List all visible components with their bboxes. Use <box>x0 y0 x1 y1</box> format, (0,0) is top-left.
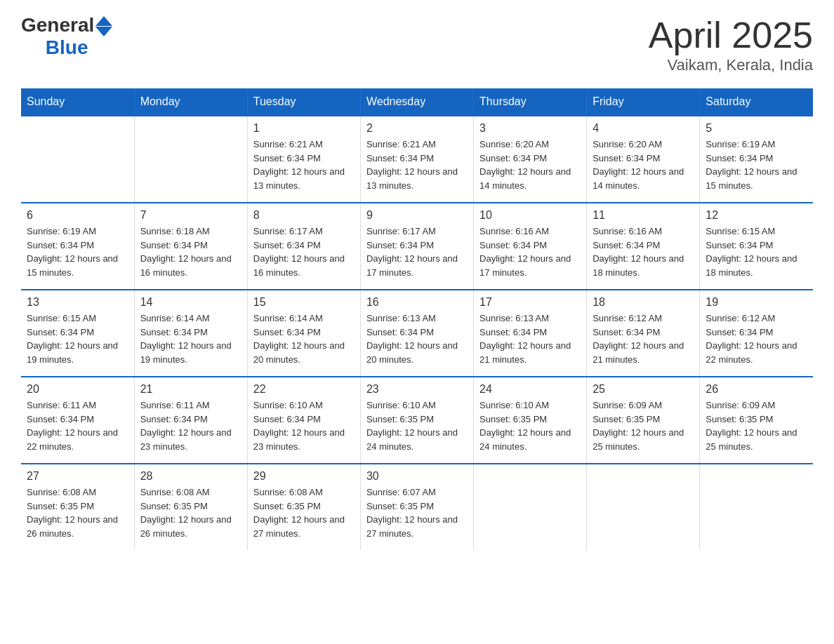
calendar-cell: 14Sunrise: 6:14 AMSunset: 6:34 PMDayligh… <box>134 290 247 377</box>
calendar-cell <box>21 116 134 203</box>
calendar-cell: 22Sunrise: 6:10 AMSunset: 6:34 PMDayligh… <box>247 377 360 464</box>
day-number: 11 <box>593 209 694 222</box>
calendar-cell: 16Sunrise: 6:13 AMSunset: 6:34 PMDayligh… <box>360 290 473 377</box>
day-info: Sunrise: 6:08 AMSunset: 6:35 PMDaylight:… <box>253 485 355 540</box>
day-info: Sunrise: 6:15 AMSunset: 6:34 PMDaylight:… <box>27 311 128 366</box>
weekday-header-sunday: Sunday <box>21 88 134 116</box>
day-info: Sunrise: 6:09 AMSunset: 6:35 PMDaylight:… <box>593 398 694 453</box>
day-info: Sunrise: 6:16 AMSunset: 6:34 PMDaylight:… <box>479 224 581 279</box>
logo[interactable]: General Blue <box>21 14 112 59</box>
calendar-cell: 5Sunrise: 6:19 AMSunset: 6:34 PMDaylight… <box>700 116 813 203</box>
day-number: 24 <box>479 383 581 396</box>
day-info: Sunrise: 6:20 AMSunset: 6:34 PMDaylight:… <box>593 137 694 192</box>
weekday-header-tuesday: Tuesday <box>247 88 360 116</box>
calendar-cell: 7Sunrise: 6:18 AMSunset: 6:34 PMDaylight… <box>134 203 247 290</box>
day-info: Sunrise: 6:15 AMSunset: 6:34 PMDaylight:… <box>706 224 807 279</box>
day-info: Sunrise: 6:16 AMSunset: 6:34 PMDaylight:… <box>593 224 694 279</box>
calendar-body: 1Sunrise: 6:21 AMSunset: 6:34 PMDaylight… <box>21 116 813 550</box>
day-number: 10 <box>479 209 581 222</box>
calendar-cell: 17Sunrise: 6:13 AMSunset: 6:34 PMDayligh… <box>474 290 587 377</box>
day-number: 27 <box>27 470 128 483</box>
calendar-cell <box>474 464 587 550</box>
weekday-header-thursday: Thursday <box>474 88 587 116</box>
calendar-cell <box>700 464 813 550</box>
calendar-cell: 20Sunrise: 6:11 AMSunset: 6:34 PMDayligh… <box>21 377 134 464</box>
logo-blue-text: Blue <box>46 36 88 58</box>
weekday-header-friday: Friday <box>587 88 700 116</box>
day-info: Sunrise: 6:11 AMSunset: 6:34 PMDaylight:… <box>27 398 128 453</box>
calendar-title: April 2025 <box>649 14 813 56</box>
calendar-cell: 30Sunrise: 6:07 AMSunset: 6:35 PMDayligh… <box>360 464 473 550</box>
calendar-cell: 8Sunrise: 6:17 AMSunset: 6:34 PMDaylight… <box>247 203 360 290</box>
day-number: 23 <box>366 383 468 396</box>
calendar-cell <box>134 116 247 203</box>
day-info: Sunrise: 6:21 AMSunset: 6:34 PMDaylight:… <box>253 137 355 192</box>
calendar-cell: 28Sunrise: 6:08 AMSunset: 6:35 PMDayligh… <box>134 464 247 550</box>
day-number: 2 <box>366 122 468 135</box>
logo-icon: General Blue <box>21 14 112 59</box>
day-number: 16 <box>366 296 468 309</box>
day-number: 13 <box>27 296 128 309</box>
day-number: 1 <box>253 122 355 135</box>
calendar-week-row: 1Sunrise: 6:21 AMSunset: 6:34 PMDaylight… <box>21 116 813 203</box>
day-number: 26 <box>706 383 807 396</box>
day-number: 15 <box>253 296 355 309</box>
day-info: Sunrise: 6:10 AMSunset: 6:34 PMDaylight:… <box>253 398 355 453</box>
calendar-week-row: 20Sunrise: 6:11 AMSunset: 6:34 PMDayligh… <box>21 377 813 464</box>
day-number: 25 <box>593 383 694 396</box>
calendar-cell: 12Sunrise: 6:15 AMSunset: 6:34 PMDayligh… <box>700 203 813 290</box>
day-info: Sunrise: 6:12 AMSunset: 6:34 PMDaylight:… <box>593 311 694 366</box>
day-info: Sunrise: 6:10 AMSunset: 6:35 PMDaylight:… <box>366 398 468 453</box>
calendar-cell <box>587 464 700 550</box>
calendar-cell: 27Sunrise: 6:08 AMSunset: 6:35 PMDayligh… <box>21 464 134 550</box>
day-number: 22 <box>253 383 355 396</box>
day-info: Sunrise: 6:07 AMSunset: 6:35 PMDaylight:… <box>366 485 468 540</box>
calendar-header: SundayMondayTuesdayWednesdayThursdayFrid… <box>21 88 813 116</box>
day-info: Sunrise: 6:19 AMSunset: 6:34 PMDaylight:… <box>27 224 128 279</box>
day-info: Sunrise: 6:14 AMSunset: 6:34 PMDaylight:… <box>140 311 241 366</box>
weekday-header-monday: Monday <box>134 88 247 116</box>
day-number: 29 <box>253 470 355 483</box>
day-info: Sunrise: 6:08 AMSunset: 6:35 PMDaylight:… <box>27 485 128 540</box>
calendar-cell: 25Sunrise: 6:09 AMSunset: 6:35 PMDayligh… <box>587 377 700 464</box>
calendar-table: SundayMondayTuesdayWednesdayThursdayFrid… <box>21 88 813 550</box>
day-number: 18 <box>593 296 694 309</box>
day-info: Sunrise: 6:20 AMSunset: 6:34 PMDaylight:… <box>479 137 581 192</box>
day-number: 19 <box>706 296 807 309</box>
day-number: 21 <box>140 383 241 396</box>
day-number: 30 <box>366 470 468 483</box>
day-info: Sunrise: 6:18 AMSunset: 6:34 PMDaylight:… <box>140 224 241 279</box>
day-number: 6 <box>27 209 128 222</box>
calendar-cell: 19Sunrise: 6:12 AMSunset: 6:34 PMDayligh… <box>700 290 813 377</box>
day-number: 28 <box>140 470 241 483</box>
calendar-cell: 11Sunrise: 6:16 AMSunset: 6:34 PMDayligh… <box>587 203 700 290</box>
day-number: 17 <box>479 296 581 309</box>
calendar-cell: 29Sunrise: 6:08 AMSunset: 6:35 PMDayligh… <box>247 464 360 550</box>
day-number: 8 <box>253 209 355 222</box>
day-number: 14 <box>140 296 241 309</box>
day-info: Sunrise: 6:17 AMSunset: 6:34 PMDaylight:… <box>253 224 355 279</box>
weekday-header-wednesday: Wednesday <box>360 88 473 116</box>
calendar-cell: 3Sunrise: 6:20 AMSunset: 6:34 PMDaylight… <box>474 116 587 203</box>
calendar-cell: 6Sunrise: 6:19 AMSunset: 6:34 PMDaylight… <box>21 203 134 290</box>
calendar-cell: 1Sunrise: 6:21 AMSunset: 6:34 PMDaylight… <box>247 116 360 203</box>
day-info: Sunrise: 6:19 AMSunset: 6:34 PMDaylight:… <box>706 137 807 192</box>
day-info: Sunrise: 6:13 AMSunset: 6:34 PMDaylight:… <box>479 311 581 366</box>
day-info: Sunrise: 6:21 AMSunset: 6:34 PMDaylight:… <box>366 137 468 192</box>
day-info: Sunrise: 6:13 AMSunset: 6:34 PMDaylight:… <box>366 311 468 366</box>
calendar-cell: 23Sunrise: 6:10 AMSunset: 6:35 PMDayligh… <box>360 377 473 464</box>
page-header: General Blue April 2025 Vaikam, Kerala, … <box>21 14 813 74</box>
calendar-cell: 2Sunrise: 6:21 AMSunset: 6:34 PMDaylight… <box>360 116 473 203</box>
calendar-cell: 15Sunrise: 6:14 AMSunset: 6:34 PMDayligh… <box>247 290 360 377</box>
day-number: 7 <box>140 209 241 222</box>
calendar-cell: 10Sunrise: 6:16 AMSunset: 6:34 PMDayligh… <box>474 203 587 290</box>
calendar-cell: 13Sunrise: 6:15 AMSunset: 6:34 PMDayligh… <box>21 290 134 377</box>
day-info: Sunrise: 6:14 AMSunset: 6:34 PMDaylight:… <box>253 311 355 366</box>
calendar-cell: 9Sunrise: 6:17 AMSunset: 6:34 PMDaylight… <box>360 203 473 290</box>
calendar-subtitle: Vaikam, Kerala, India <box>649 56 813 74</box>
calendar-cell: 21Sunrise: 6:11 AMSunset: 6:34 PMDayligh… <box>134 377 247 464</box>
day-info: Sunrise: 6:10 AMSunset: 6:35 PMDaylight:… <box>479 398 581 453</box>
title-section: April 2025 Vaikam, Kerala, India <box>649 14 813 74</box>
day-number: 4 <box>593 122 694 135</box>
calendar-week-row: 13Sunrise: 6:15 AMSunset: 6:34 PMDayligh… <box>21 290 813 377</box>
